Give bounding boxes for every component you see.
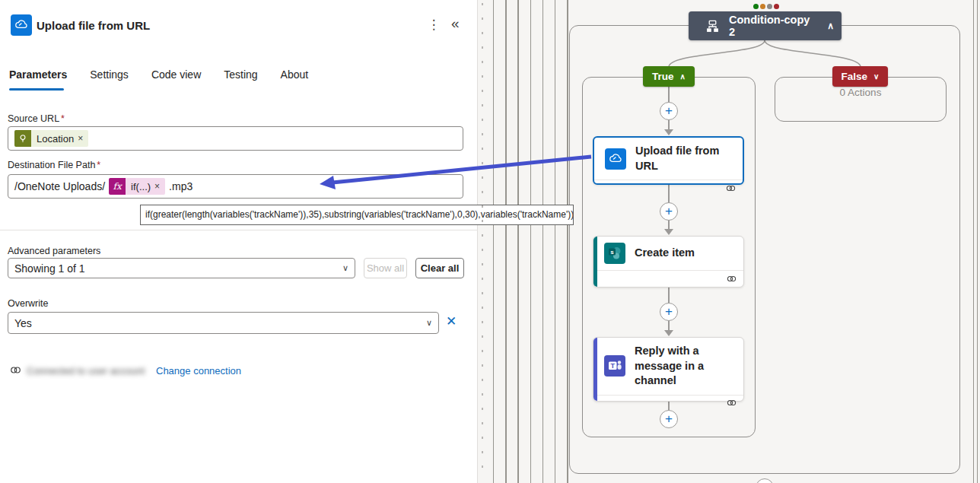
overwrite-label: Overwrite bbox=[8, 298, 48, 309]
collapsed-branch-lines-right bbox=[973, 0, 978, 483]
location-token-chip[interactable]: Location × bbox=[14, 130, 88, 147]
remove-token-icon[interactable]: × bbox=[78, 133, 83, 144]
svg-text:T: T bbox=[610, 362, 615, 370]
false-badge-label: False bbox=[842, 71, 868, 82]
token-label: Location bbox=[37, 133, 74, 145]
clear-value-icon[interactable]: ✕ bbox=[446, 313, 457, 329]
advanced-parameters-label: Advanced parameters bbox=[8, 246, 100, 256]
section-divider bbox=[0, 230, 478, 230]
source-url-label: Source URL* bbox=[8, 113, 65, 124]
svg-text:s: s bbox=[610, 249, 614, 256]
connection-status-text: Connected to user account bbox=[27, 365, 145, 377]
connection-link-icon bbox=[725, 183, 737, 194]
run-status-dots bbox=[753, 4, 779, 9]
tab-settings[interactable]: Settings bbox=[90, 68, 129, 81]
app-window: Condition-copy 2 ∧ True ∧ False ∨ 0 Acti… bbox=[0, 0, 980, 483]
action-card-title: Reply with a message in a channel bbox=[635, 344, 736, 389]
teams-icon: T bbox=[604, 355, 625, 377]
action-card-title: Create item bbox=[635, 246, 695, 261]
insert-action-button[interactable]: + bbox=[660, 303, 678, 321]
connection-link-icon bbox=[726, 397, 737, 408]
chevron-down-icon: ∨ bbox=[873, 72, 879, 81]
card-accent-stripe bbox=[593, 237, 597, 287]
source-url-input[interactable]: Location × bbox=[8, 126, 463, 151]
false-branch-badge[interactable]: False ∨ bbox=[832, 66, 888, 87]
status-dot-orange bbox=[760, 4, 765, 9]
action-card-reply-message[interactable]: T Reply with a message in a channel bbox=[593, 337, 744, 402]
destination-path-input[interactable]: /OneNote Uploads/ fx if(...) × .mp3 bbox=[8, 174, 463, 199]
advanced-parameters-dropdown[interactable]: Showing 1 of 1 ∨ bbox=[8, 258, 355, 278]
path-text-after: .mp3 bbox=[169, 180, 192, 192]
expression-label: if(...) bbox=[131, 181, 151, 192]
connector-line bbox=[668, 321, 670, 330]
status-dot-red bbox=[774, 4, 779, 9]
tab-code-view[interactable]: Code view bbox=[151, 68, 201, 81]
collapse-chevron-icon[interactable]: ∧ bbox=[827, 21, 834, 31]
connector-line bbox=[668, 221, 670, 229]
onedrive-icon bbox=[11, 14, 32, 36]
true-badge-label: True bbox=[652, 71, 674, 82]
more-options-icon[interactable]: ⋮ bbox=[426, 17, 441, 33]
condition-node[interactable]: Condition-copy 2 ∧ bbox=[689, 11, 842, 40]
card-accent-stripe bbox=[593, 338, 597, 401]
fx-icon: fx bbox=[109, 178, 126, 195]
dropdown-value: Showing 1 of 1 bbox=[14, 262, 85, 275]
tab-about[interactable]: About bbox=[281, 68, 309, 81]
required-asterisk: * bbox=[97, 160, 100, 170]
remove-token-icon[interactable]: × bbox=[154, 181, 160, 192]
dynamic-content-icon bbox=[14, 130, 31, 147]
panel-resize-handle[interactable] bbox=[482, 3, 483, 480]
action-card-title: Upload file from URL bbox=[635, 144, 735, 173]
connection-link-icon bbox=[9, 364, 22, 380]
action-card-create-item[interactable]: s Create item bbox=[593, 236, 744, 288]
panel-tabs: Parameters Settings Code view Testing Ab… bbox=[9, 68, 308, 81]
true-branch-badge[interactable]: True ∧ bbox=[643, 66, 695, 87]
expression-tooltip: if(greater(length(variables('trackName')… bbox=[140, 205, 574, 225]
overwrite-dropdown[interactable]: Yes ∨ bbox=[8, 312, 439, 334]
status-dot-green bbox=[753, 4, 759, 9]
action-card-upload-file[interactable]: Upload file from URL bbox=[593, 136, 744, 185]
condition-icon bbox=[705, 19, 720, 33]
connector-arrowhead bbox=[664, 229, 673, 235]
connector-line bbox=[668, 288, 670, 303]
expression-token-chip[interactable]: fx if(...) × bbox=[109, 178, 165, 195]
status-dot-gray bbox=[767, 4, 772, 9]
show-all-button[interactable]: Show all bbox=[364, 258, 407, 278]
action-config-panel: Upload file from URL ⋮ « Parameters Sett… bbox=[0, 0, 478, 483]
clear-all-button[interactable]: Clear all bbox=[415, 258, 464, 278]
chevron-down-icon: ∨ bbox=[342, 263, 348, 273]
onedrive-icon bbox=[605, 148, 626, 170]
chevron-up-icon: ∧ bbox=[680, 72, 686, 81]
sharepoint-icon: s bbox=[604, 243, 625, 264]
connection-link-icon bbox=[726, 273, 737, 284]
tab-testing[interactable]: Testing bbox=[224, 68, 257, 81]
insert-action-button[interactable]: + bbox=[660, 410, 678, 428]
collapse-panel-icon[interactable]: « bbox=[451, 15, 460, 32]
insert-action-button[interactable]: + bbox=[660, 102, 678, 120]
condition-node-title: Condition-copy 2 bbox=[729, 14, 818, 38]
active-tab-indicator bbox=[9, 88, 64, 91]
false-branch-empty-text: 0 Actions bbox=[775, 87, 947, 98]
path-text-before: /OneNote Uploads/ bbox=[14, 180, 105, 192]
insert-action-button[interactable]: + bbox=[660, 202, 678, 221]
destination-path-label: Destination File Path* bbox=[8, 160, 100, 170]
connector-arrowhead bbox=[664, 129, 673, 135]
required-asterisk: * bbox=[61, 113, 65, 124]
dropdown-value: Yes bbox=[14, 317, 32, 329]
connector-line bbox=[668, 87, 670, 102]
connector-line bbox=[668, 120, 670, 129]
tab-parameters[interactable]: Parameters bbox=[9, 68, 67, 81]
chevron-down-icon: ∨ bbox=[426, 318, 432, 328]
panel-title: Upload file from URL bbox=[37, 19, 150, 32]
connector-arrowhead bbox=[664, 330, 673, 336]
change-connection-link[interactable]: Change connection bbox=[156, 365, 241, 377]
collapsed-branch-lines bbox=[493, 0, 569, 483]
